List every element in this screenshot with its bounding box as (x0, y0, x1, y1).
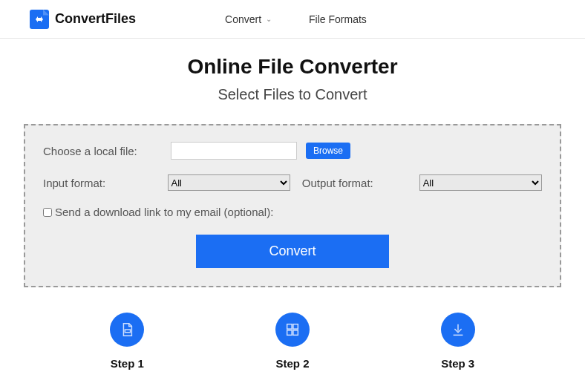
brand-text: ConvertFiles (55, 11, 136, 27)
page-title: Online File Converter (0, 55, 585, 79)
svg-rect-3 (287, 330, 292, 335)
format-row: Input format: All Output format: All (43, 174, 542, 191)
step-3: Step 3 (441, 313, 475, 370)
convert-button[interactable]: Convert (196, 235, 389, 268)
browse-button[interactable]: Browse (306, 143, 350, 159)
svg-rect-4 (293, 330, 298, 335)
page-subtitle: Select Files to Convert (0, 86, 585, 103)
output-format-label: Output format: (302, 177, 411, 189)
step-3-label: Step 3 (441, 357, 475, 370)
svg-rect-1 (287, 324, 292, 329)
download-icon (441, 313, 475, 347)
step-1: Step 1 (110, 313, 144, 370)
input-format-label: Input format: (43, 177, 159, 189)
svg-rect-0 (125, 330, 131, 333)
hero: Online File Converter Select Files to Co… (0, 55, 585, 103)
upload-panel: Choose a local file: Browse Input format… (24, 124, 561, 287)
input-format-select[interactable]: All (168, 174, 290, 191)
svg-rect-2 (293, 324, 298, 329)
header: ConvertFiles Convert ⌄ File Formats (0, 0, 585, 39)
email-checkbox-label: Send a download link to my email (option… (55, 206, 273, 218)
file-row: Choose a local file: Browse (43, 142, 542, 160)
steps: Step 1 Step 2 Step 3 (0, 313, 585, 370)
nav-convert[interactable]: Convert ⌄ (225, 13, 272, 25)
email-row: Send a download link to my email (option… (43, 206, 542, 218)
logo-icon (30, 10, 49, 29)
step-2: Step 2 (275, 313, 310, 370)
file-input[interactable] (171, 142, 297, 160)
nav: Convert ⌄ File Formats (225, 13, 367, 25)
convert-wrap: Convert (43, 235, 542, 268)
output-format-select[interactable]: All (419, 174, 542, 191)
local-file-label: Choose a local file: (43, 145, 162, 157)
nav-file-formats[interactable]: File Formats (309, 13, 367, 25)
logo[interactable]: ConvertFiles (30, 10, 136, 29)
email-checkbox[interactable] (43, 208, 52, 217)
nav-convert-label: Convert (225, 13, 261, 25)
step-2-label: Step 2 (275, 357, 310, 370)
grid-icon (275, 313, 310, 347)
nav-formats-label: File Formats (309, 13, 367, 25)
chevron-down-icon: ⌄ (266, 15, 272, 23)
step-1-label: Step 1 (110, 357, 144, 370)
file-icon (110, 313, 144, 347)
